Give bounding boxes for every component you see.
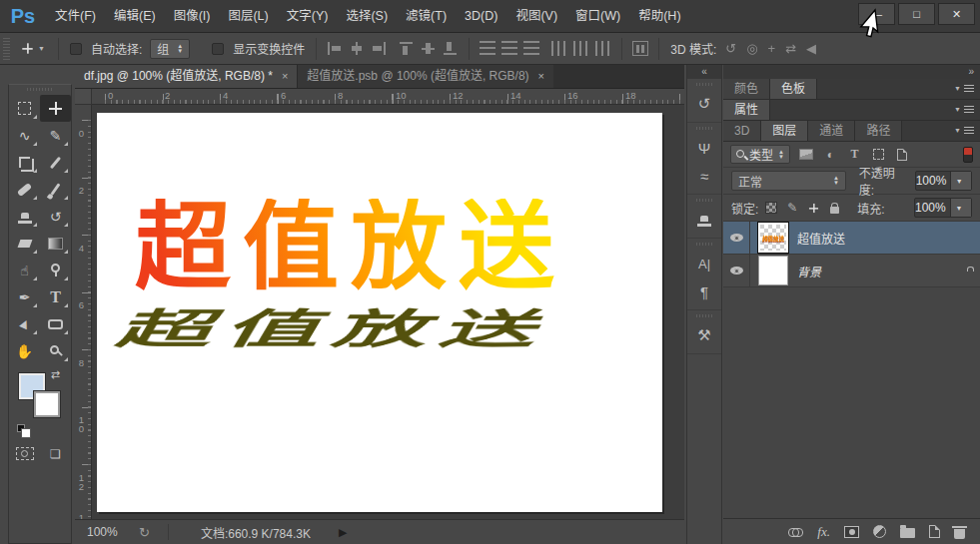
- panel-menu-icon[interactable]: ▼: [954, 85, 974, 92]
- tab-close-icon[interactable]: ×: [282, 65, 288, 88]
- fill-field[interactable]: 100% ▼: [914, 198, 972, 218]
- paragraph-panel-icon[interactable]: ¶: [687, 277, 721, 305]
- brush-presets-panel-icon[interactable]: ≈: [687, 162, 721, 190]
- history-brush-tool[interactable]: ↺: [40, 203, 71, 230]
- align-top-edges-button[interactable]: [399, 41, 415, 56]
- zoom-tool[interactable]: [40, 337, 71, 364]
- lock-image-pixels-icon[interactable]: ✎: [784, 201, 800, 215]
- document-tab-inactive[interactable]: 超值放送.psb @ 100% (超值放送, RGB/8) ×: [297, 65, 553, 88]
- blend-mode-select[interactable]: 正常 ▲▼: [731, 171, 846, 191]
- menu-item-help[interactable]: 帮助(H): [629, 0, 689, 32]
- visibility-toggle[interactable]: [723, 255, 750, 286]
- layers-empty-area[interactable]: [723, 287, 980, 519]
- 3d-roll-icon[interactable]: ◎: [746, 41, 757, 56]
- collapse-dock-button[interactable]: «: [687, 65, 721, 79]
- dock-grip[interactable]: [696, 83, 712, 86]
- show-transform-checkbox[interactable]: [212, 43, 224, 55]
- layer-thumbnail[interactable]: 超值放送: [758, 223, 788, 253]
- 3d-orbit-icon[interactable]: ↺: [725, 41, 736, 56]
- distribute-left-button[interactable]: [551, 41, 567, 56]
- layer-style-button[interactable]: fx.: [817, 524, 830, 540]
- distribute-v-centers-button[interactable]: [501, 41, 517, 56]
- lock-transparent-pixels-icon[interactable]: [763, 202, 779, 214]
- character-panel-icon[interactable]: A|: [687, 250, 721, 277]
- clone-source-panel-icon[interactable]: [687, 206, 721, 234]
- minimize-button[interactable]: —: [858, 3, 895, 25]
- canvas[interactable]: 超值放送 超值放送: [97, 113, 662, 512]
- 3d-zoom-camera-icon[interactable]: ◀: [806, 41, 816, 56]
- menu-item-edit[interactable]: 编辑(E): [105, 0, 165, 32]
- new-layer-button[interactable]: [929, 525, 940, 538]
- menu-item-image[interactable]: 图像(I): [165, 0, 220, 32]
- quick-selection-tool[interactable]: ✎: [40, 122, 71, 149]
- lock-all-icon[interactable]: [826, 203, 842, 214]
- maximize-button[interactable]: □: [898, 3, 935, 25]
- menu-item-filter[interactable]: 滤镜(T): [397, 0, 456, 32]
- smudge-tool[interactable]: ☝: [9, 257, 40, 283]
- distribute-h-centers-button[interactable]: [573, 41, 589, 56]
- status-options-arrow[interactable]: ▶: [339, 526, 347, 539]
- quick-mask-button[interactable]: [9, 440, 40, 467]
- fill-dropdown-icon[interactable]: ▼: [950, 199, 971, 217]
- align-right-edges-button[interactable]: [371, 41, 387, 56]
- filter-type-layers-icon[interactable]: T: [847, 148, 862, 162]
- clone-stamp-tool[interactable]: [9, 203, 40, 230]
- tool-preset-picker[interactable]: ▼: [15, 42, 51, 55]
- tab-swatches[interactable]: 色板: [770, 79, 817, 99]
- tab-layers[interactable]: 图层: [761, 121, 808, 141]
- layer-name[interactable]: 超值放送: [797, 230, 845, 247]
- tab-3d[interactable]: 3D: [723, 121, 761, 141]
- tab-color[interactable]: 颜色: [723, 79, 770, 99]
- default-colors-icon[interactable]: [17, 424, 25, 432]
- menu-item-3d[interactable]: 3D(D): [456, 0, 506, 32]
- menu-item-file[interactable]: 文件(F): [46, 0, 105, 32]
- menu-item-view[interactable]: 视图(V): [506, 0, 566, 32]
- layer-row-selected[interactable]: 超值放送 超值放送: [723, 222, 980, 255]
- crop-tool[interactable]: [9, 149, 40, 176]
- layer-filter-dropdown[interactable]: 类型 ▲▼: [730, 145, 790, 164]
- 3d-pan-icon[interactable]: +: [768, 41, 776, 56]
- zoom-level-field[interactable]: 100%: [87, 525, 131, 539]
- layer-name[interactable]: 背景: [797, 263, 821, 279]
- filter-pixel-layers-icon[interactable]: [799, 148, 814, 162]
- add-layer-mask-button[interactable]: [844, 526, 859, 538]
- panel-menu-icon[interactable]: ▼: [954, 127, 974, 134]
- lock-position-icon[interactable]: [805, 202, 821, 215]
- distribute-top-button[interactable]: [480, 41, 495, 56]
- path-selection-tool[interactable]: ▶: [9, 310, 40, 337]
- move-tool[interactable]: [40, 95, 71, 122]
- distribute-right-button[interactable]: [595, 41, 611, 56]
- tab-close-icon[interactable]: ×: [538, 65, 544, 88]
- new-adjustment-layer-button[interactable]: [873, 525, 886, 538]
- align-h-centers-button[interactable]: [349, 41, 365, 56]
- brush-panel-icon[interactable]: Ψ: [687, 134, 721, 162]
- toolbox-grip[interactable]: [27, 88, 53, 91]
- lasso-tool[interactable]: ∿: [9, 122, 40, 149]
- swap-colors-icon[interactable]: ⇄: [51, 368, 60, 381]
- opacity-dropdown-icon[interactable]: ▼: [950, 172, 971, 190]
- tool-presets-panel-icon[interactable]: ⚒: [687, 321, 721, 349]
- dock-grip[interactable]: [696, 127, 712, 130]
- visibility-toggle[interactable]: [723, 222, 750, 254]
- menu-item-layer[interactable]: 图层(L): [219, 0, 277, 32]
- filter-adjustment-layers-icon[interactable]: ◐: [823, 148, 838, 162]
- link-layers-button[interactable]: [788, 528, 803, 536]
- hand-tool[interactable]: ✋: [9, 337, 40, 364]
- auto-select-checkbox[interactable]: [70, 43, 82, 55]
- dodge-tool[interactable]: [40, 257, 71, 283]
- eyedropper-tool[interactable]: [40, 149, 71, 176]
- 3d-slide-icon[interactable]: ⇄: [785, 41, 796, 56]
- tab-paths[interactable]: 路径: [855, 121, 902, 141]
- type-tool[interactable]: T: [40, 283, 71, 310]
- pen-tool[interactable]: ✒: [9, 283, 40, 310]
- tab-channels[interactable]: 通道: [808, 121, 855, 141]
- align-bottom-edges-button[interactable]: [443, 41, 459, 56]
- auto-align-layers-button[interactable]: [632, 41, 648, 56]
- distribute-bottom-button[interactable]: [523, 41, 539, 56]
- layer-row-background[interactable]: 背景: [723, 255, 980, 287]
- auto-select-dropdown[interactable]: 组 ▲▼: [150, 39, 190, 59]
- dock-grip[interactable]: [696, 243, 712, 246]
- delete-layer-button[interactable]: [954, 529, 965, 539]
- options-grip[interactable]: [3, 38, 10, 60]
- align-v-centers-button[interactable]: [421, 41, 437, 56]
